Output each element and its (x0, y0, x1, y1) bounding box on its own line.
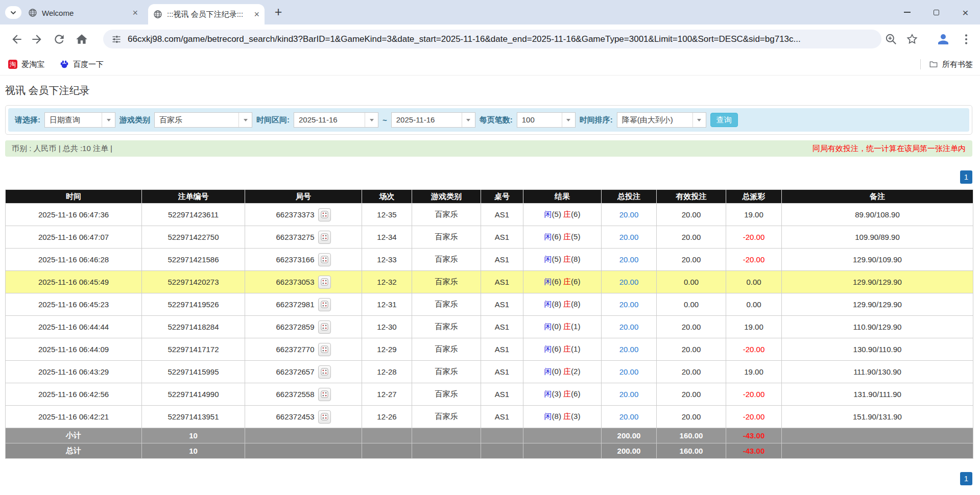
game-category-label: 游戏类别 (119, 115, 150, 125)
cell-bet-no: 522971415995 (142, 361, 245, 383)
reload-button[interactable] (53, 33, 66, 46)
table-row: 2025-11-16 06:43:29522971415995662372657… (6, 361, 973, 383)
round-detail-icon[interactable] (318, 388, 331, 401)
bet-amount-link[interactable]: 20.00 (619, 233, 639, 241)
total-row-cell-total-bet: 200.00 (602, 443, 657, 459)
cell-note: 129.90/109.90 (782, 249, 973, 271)
new-tab-button[interactable]: + (271, 5, 285, 19)
player-result: 闲 (544, 389, 552, 398)
tab-close-icon[interactable]: × (254, 10, 259, 19)
cell-time: 2025-11-16 06:47:36 (6, 204, 142, 226)
pagination-page-1[interactable]: 1 (960, 170, 972, 184)
table-row: 2025-11-16 06:44:44522971418284662372859… (6, 316, 973, 338)
cell-total-bet: 20.00 (602, 316, 657, 338)
table-row: 2025-11-16 06:42:21522971413951662372453… (6, 406, 973, 428)
tab-title: Welcome (42, 9, 128, 17)
cell-round-no: 662373166 (245, 249, 362, 271)
total-row-cell-time: 总计 (6, 443, 142, 459)
cell-table-no: AS1 (481, 383, 523, 406)
bet-amount-link[interactable]: 20.00 (619, 278, 639, 286)
tab-search-button[interactable] (5, 6, 21, 19)
menu-dots-icon[interactable] (960, 33, 973, 46)
round-detail-icon[interactable] (318, 343, 331, 356)
cell-game: 百家乐 (412, 226, 481, 249)
url-bar[interactable]: 66cxkj98.com/game/betrecord_search/kind3… (103, 30, 881, 48)
tab-close-icon[interactable]: × (132, 8, 138, 17)
chevron-down-icon[interactable] (365, 113, 378, 127)
bet-amount-link[interactable]: 20.00 (619, 300, 639, 309)
browser-tab-betrecord[interactable]: :::视讯 会员下注纪录::: × (148, 4, 265, 24)
cell-result: 闲(8) 庄(8) (523, 293, 602, 316)
cell-table-no: AS1 (481, 316, 523, 338)
bet-amount-link[interactable]: 20.00 (619, 390, 639, 399)
sort-select[interactable]: 降幂(由大到小) (617, 112, 706, 128)
home-button[interactable] (75, 33, 88, 46)
minimize-icon (904, 12, 911, 13)
round-detail-icon[interactable] (318, 298, 331, 311)
round-no: 662372981 (276, 300, 314, 309)
round-detail-icon[interactable] (318, 410, 331, 424)
bet-amount-link[interactable]: 20.00 (619, 412, 639, 421)
profile-avatar-icon[interactable] (937, 33, 950, 46)
window-maximize-button[interactable] (922, 0, 951, 24)
chevron-down-icon[interactable] (238, 113, 252, 127)
subtotal-row-cell-payout: -43.00 (726, 428, 782, 443)
query-type-value: 日期查询 (45, 113, 102, 127)
table-row: 2025-11-16 06:42:56522971414990662372558… (6, 383, 973, 406)
cell-note: 89.90/108.90 (782, 204, 973, 226)
bookmark-item-baidu[interactable]: 百度一下 (60, 60, 104, 69)
cell-game: 百家乐 (412, 204, 481, 226)
chevron-down-icon[interactable] (562, 113, 575, 127)
round-detail-icon[interactable] (318, 253, 331, 266)
banker-result: 庄 (563, 255, 571, 263)
bet-amount-link[interactable]: 20.00 (619, 255, 639, 264)
search-button[interactable]: 查询 (710, 113, 738, 127)
pagination-page-1[interactable]: 1 (960, 472, 972, 485)
round-detail-icon[interactable] (318, 208, 331, 221)
game-category-select[interactable]: 百家乐 (154, 112, 252, 128)
cell-table-no: AS1 (481, 338, 523, 361)
bookmark-item-taobao[interactable]: 淘 爱淘宝 (8, 60, 44, 69)
round-detail-icon[interactable] (318, 365, 331, 379)
cell-total-bet: 20.00 (602, 249, 657, 271)
tune-icon[interactable] (111, 34, 122, 44)
round-detail-icon[interactable] (318, 276, 331, 289)
chevron-down-icon[interactable] (692, 113, 706, 127)
table-row: 2025-11-16 06:45:49522971420273662373053… (6, 271, 973, 293)
cell-note: 110.90/129.90 (782, 316, 973, 338)
subtotal-row-cell-total-bet: 200.00 (602, 428, 657, 443)
date-start-select[interactable]: 2025-11-16 (294, 112, 378, 128)
bookmark-star-icon[interactable] (905, 33, 919, 46)
chevron-down-icon[interactable] (462, 113, 475, 127)
bet-amount-link[interactable]: 20.00 (619, 210, 639, 219)
sort-value: 降幂(由大到小) (617, 113, 692, 127)
date-end-select[interactable]: 2025-11-16 (391, 112, 475, 128)
table-row: 2025-11-16 06:46:28522971421586662373166… (6, 249, 973, 271)
browser-tab-welcome[interactable]: Welcome × (23, 5, 143, 20)
query-type-select[interactable]: 日期查询 (44, 112, 115, 128)
chevron-down-icon[interactable] (102, 113, 115, 127)
all-bookmarks[interactable]: 所有书签 (920, 59, 973, 69)
window-minimize-button[interactable] (893, 0, 922, 24)
round-no: 662372453 (276, 412, 314, 421)
forward-button[interactable] (30, 33, 43, 46)
cell-table-no: AS1 (481, 249, 523, 271)
cell-payout: 0.00 (726, 293, 782, 316)
round-detail-icon[interactable] (318, 231, 331, 244)
banker-result: 庄 (563, 300, 571, 308)
cell-session: 12-35 (362, 204, 412, 226)
window-close-button[interactable]: × (951, 0, 980, 24)
banker-result: 庄 (563, 277, 571, 286)
cell-valid-bet: 20.00 (657, 249, 726, 271)
page-size-select[interactable]: 100 (517, 112, 576, 128)
zoom-icon[interactable] (885, 33, 898, 46)
date-range-label: 时间区间: (256, 115, 290, 125)
cell-valid-bet: 20.00 (657, 406, 726, 428)
back-button[interactable] (10, 33, 23, 46)
bet-amount-link[interactable]: 20.00 (619, 323, 639, 331)
bet-amount-link[interactable]: 20.00 (619, 345, 639, 354)
bet-amount-link[interactable]: 20.00 (619, 367, 639, 376)
cell-round-no: 662372657 (245, 361, 362, 383)
cell-session: 12-27 (362, 383, 412, 406)
round-detail-icon[interactable] (318, 320, 331, 334)
